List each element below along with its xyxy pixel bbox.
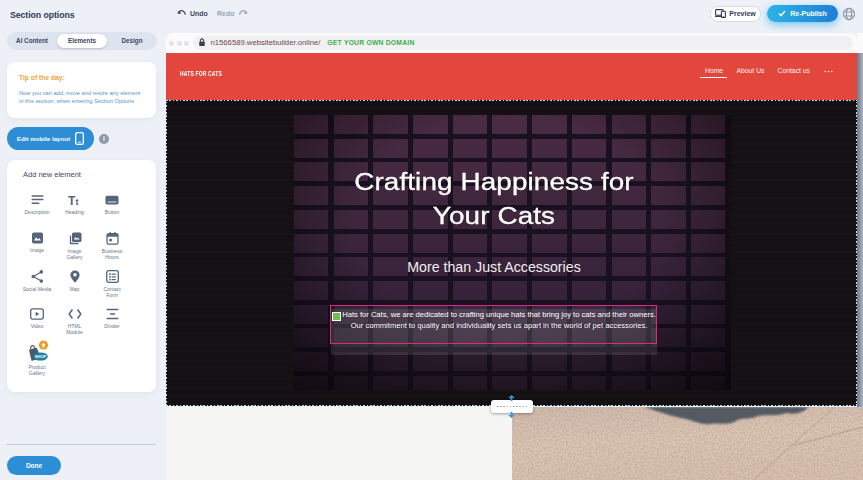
svg-text:SHOP: SHOP [35, 354, 47, 359]
svg-text:t: t [75, 197, 78, 207]
